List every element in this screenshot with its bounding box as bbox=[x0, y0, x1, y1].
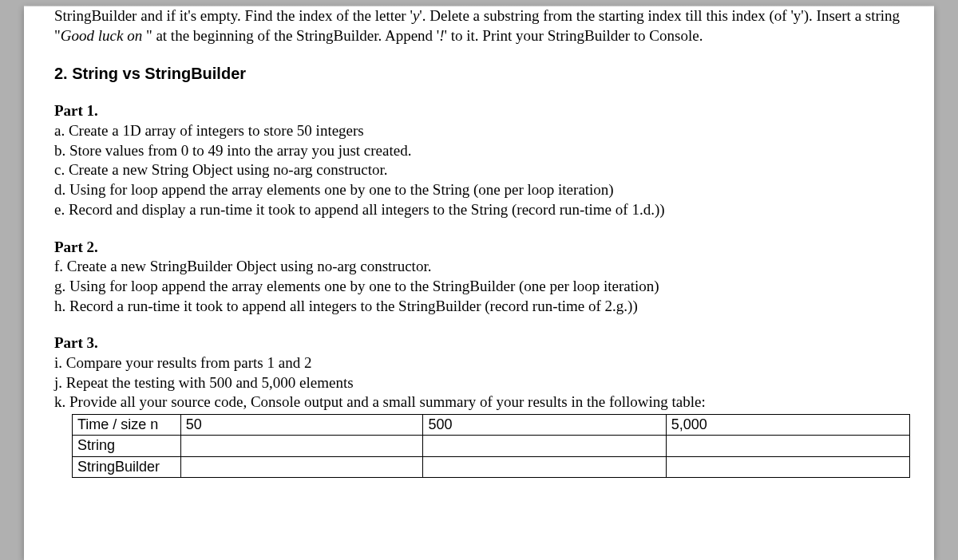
table-cell bbox=[180, 456, 423, 477]
part-1-c: c. Create a new String Object using no-a… bbox=[54, 160, 904, 180]
table-header-cell: Time / size n bbox=[73, 415, 181, 436]
section-2-heading: 2. String vs StringBuilder bbox=[54, 63, 904, 84]
part-1-e: e. Record and display a run-time it took… bbox=[54, 200, 904, 220]
table-cell bbox=[666, 456, 909, 477]
table-header-cell: 500 bbox=[423, 415, 666, 436]
part-3-block: Part 3. i. Compare your results from par… bbox=[54, 333, 904, 412]
table-header-cell: 50 bbox=[180, 415, 423, 436]
table-cell bbox=[180, 436, 423, 456]
table-cell bbox=[666, 436, 909, 456]
document-page: StringBuilder and if it's empty. Find th… bbox=[24, 6, 934, 560]
part-2-h: h. Record a run-time it took to append a… bbox=[54, 297, 904, 317]
part-1-b: b. Store values from 0 to 49 into the ar… bbox=[54, 141, 904, 161]
intro-text-before-italic: StringBuilder and if it's empty. Find th… bbox=[54, 7, 900, 44]
table-header-cell: 5,000 bbox=[666, 415, 909, 436]
part-3-i: i. Compare your results from parts 1 and… bbox=[54, 353, 904, 373]
table-row: StringBuilder bbox=[73, 456, 910, 477]
part-3-j: j. Repeat the testing with 500 and 5,000… bbox=[54, 373, 904, 393]
document-viewport: StringBuilder and if it's empty. Find th… bbox=[0, 0, 958, 560]
part-2-g: g. Using for loop append the array eleme… bbox=[54, 277, 904, 297]
part-1-heading: Part 1. bbox=[54, 101, 904, 121]
table-row: String bbox=[73, 436, 910, 456]
table-header-row: Time / size n 50 500 5,000 bbox=[73, 415, 910, 436]
results-table: Time / size n 50 500 5,000 String String… bbox=[72, 414, 910, 478]
table-cell bbox=[423, 436, 666, 456]
part-2-f: f. Create a new StringBuilder Object usi… bbox=[54, 257, 904, 277]
part-1-a: a. Create a 1D array of integers to stor… bbox=[54, 121, 904, 141]
table-cell: String bbox=[73, 436, 181, 456]
table-cell bbox=[423, 456, 666, 477]
part-1-block: Part 1. a. Create a 1D array of integers… bbox=[54, 101, 904, 219]
part-1-d: d. Using for loop append the array eleme… bbox=[54, 180, 904, 200]
part-2-heading: Part 2. bbox=[54, 238, 904, 258]
table-cell: StringBuilder bbox=[73, 456, 181, 477]
intro-paragraph: StringBuilder and if it's empty. Find th… bbox=[54, 6, 904, 45]
part-2-block: Part 2. f. Create a new StringBuilder Ob… bbox=[54, 238, 904, 317]
part-3-heading: Part 3. bbox=[54, 333, 904, 353]
part-3-k: k. Provide all your source code, Console… bbox=[54, 392, 904, 412]
